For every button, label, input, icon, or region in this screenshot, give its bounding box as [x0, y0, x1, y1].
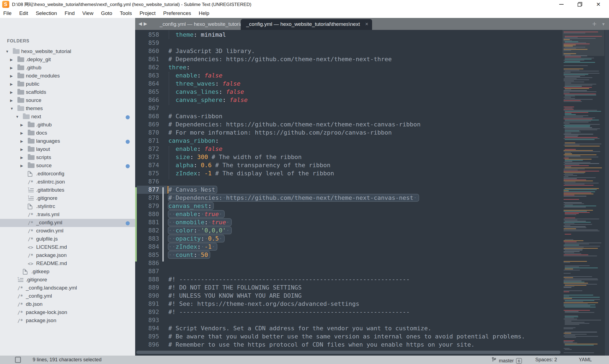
- tree-item-package-json[interactable]: /*package.json: [0, 317, 135, 325]
- input-mode-icon[interactable]: [15, 357, 21, 363]
- menu-item-selection[interactable]: Selection: [32, 10, 61, 16]
- code-line[interactable]: 889#! DO NOT EDIT THE FOLLOWING SETTINGS: [135, 284, 609, 292]
- code-line[interactable]: 871canvas_ribbon:: [135, 137, 609, 145]
- tree-item--github[interactable]: ▶.github: [0, 121, 135, 129]
- code-line[interactable]: 876: [135, 178, 609, 186]
- code-line[interactable]: 870# For more information: https://githu…: [135, 129, 609, 137]
- code-line[interactable]: 872 enable: false: [135, 145, 609, 153]
- menu-item-preferences[interactable]: Preferences: [159, 10, 195, 16]
- code-line[interactable]: 893: [135, 316, 609, 324]
- chevron-right-icon[interactable]: ▶: [10, 82, 14, 86]
- tree-item--gitignore[interactable]: T.gitignore: [0, 276, 135, 284]
- code-line[interactable]: 858 theme: minimal: [135, 31, 609, 39]
- code-line[interactable]: 891#! See: https://theme-next.org/docs/a…: [135, 300, 609, 308]
- chevron-down-icon[interactable]: ▼: [16, 115, 19, 119]
- code-line[interactable]: 890#! UNLESS YOU KNOW WHAT YOU ARE DOING: [135, 292, 609, 300]
- chevron-right-icon[interactable]: ▶: [10, 74, 14, 78]
- chevron-right-icon[interactable]: ▶: [10, 91, 14, 94]
- code-line[interactable]: 894# Script Vendors. Set a CDN address f…: [135, 324, 609, 332]
- code-line[interactable]: 895# Be aware that you would better use …: [135, 332, 609, 341]
- code-line[interactable]: 873 size: 300 # The width of the ribbon: [135, 153, 609, 161]
- tree-item-scripts[interactable]: ▶scripts: [0, 154, 135, 162]
- code-line[interactable]: 864 three_waves: false: [135, 80, 609, 88]
- minimize-button[interactable]: [553, 0, 570, 9]
- menu-item-find[interactable]: Find: [61, 10, 79, 16]
- tree-item-themes[interactable]: ▼themes: [0, 105, 135, 113]
- tree-item-hexo-website-tutorial[interactable]: ▼hexo_website_tutorial: [0, 48, 135, 56]
- minimap[interactable]: [562, 30, 604, 356]
- code-line[interactable]: 887: [135, 267, 609, 275]
- code-line[interactable]: 885··count:·50: [135, 251, 609, 259]
- git-branch-status[interactable]: master6: [492, 357, 522, 364]
- code-line[interactable]: 896# Remember to use the https protocol …: [135, 341, 609, 349]
- tree-item-crowdin-yml[interactable]: /*crowdin.yml: [0, 227, 135, 235]
- tab-overflow-icon[interactable]: ▼: [601, 22, 605, 26]
- code-line[interactable]: 863 enable: false: [135, 71, 609, 80]
- tree-item--config-landscape-yml[interactable]: /*_config.landscape.yml: [0, 284, 135, 292]
- tab-close-icon[interactable]: ×: [365, 21, 372, 27]
- tree-item--stylintrc[interactable]: .stylintrc: [0, 203, 135, 211]
- chevron-right-icon[interactable]: ▶: [10, 58, 14, 62]
- menu-item-goto[interactable]: Goto: [97, 10, 116, 16]
- tree-item--config-yml[interactable]: /*_config.yml: [0, 219, 135, 227]
- menu-item-project[interactable]: Project: [136, 10, 159, 16]
- code-editor[interactable]: 858 theme: minimal859860# JavaScript 3D …: [135, 30, 609, 356]
- code-line[interactable]: 874 alpha: 0.6 # The transparency of the…: [135, 161, 609, 169]
- tree-item-source[interactable]: ▶source: [0, 162, 135, 170]
- code-line[interactable]: 883··opacity:·0.5·: [135, 235, 609, 243]
- tree-item--github[interactable]: ▶.github: [0, 64, 135, 72]
- code-line[interactable]: 868# Canvas-ribbon: [135, 112, 609, 120]
- horizontal-scrollbar[interactable]: [136, 351, 561, 354]
- tree-item-source[interactable]: ▶source: [0, 97, 135, 105]
- code-line[interactable]: 888#! ----------------------------------…: [135, 275, 609, 284]
- tree-item-node-modules[interactable]: ▶node_modules: [0, 72, 135, 80]
- new-tab-button[interactable]: +: [592, 20, 596, 28]
- menu-item-tools[interactable]: Tools: [116, 10, 136, 16]
- tree-item--gitattributes[interactable]: T.gitattributes: [0, 186, 135, 194]
- menu-item-help[interactable]: Help: [195, 10, 213, 16]
- chevron-right-icon[interactable]: ▶: [20, 164, 24, 168]
- close-button[interactable]: ✕: [590, 0, 607, 9]
- tree-item--config-yml[interactable]: /*_config.yml: [0, 292, 135, 300]
- code-line[interactable]: 859: [135, 39, 609, 47]
- chevron-right-icon[interactable]: ▶: [20, 131, 24, 135]
- tree-item-license-md[interactable]: <>LICENSE.md: [0, 243, 135, 251]
- code-line[interactable]: 878#·Dependencies:·https://github.com/th…: [135, 194, 609, 202]
- menu-item-edit[interactable]: Edit: [16, 10, 32, 16]
- chevron-down-icon[interactable]: ▼: [5, 50, 9, 54]
- restore-button[interactable]: [571, 0, 589, 9]
- tree-item-next[interactable]: ▼next: [0, 113, 135, 121]
- menu-item-view[interactable]: View: [79, 10, 97, 16]
- tree-item-gulpfile-js[interactable]: /*gulpfile.js: [0, 235, 135, 243]
- code-line[interactable]: 867: [135, 104, 609, 112]
- syntax-setting[interactable]: YAML: [579, 357, 592, 363]
- chevron-down-icon[interactable]: ▼: [10, 107, 14, 111]
- tree-item--gitkeep[interactable]: .gitkeep: [0, 268, 135, 276]
- vertical-scrollbar[interactable]: [605, 30, 609, 356]
- chevron-right-icon[interactable]: ▶: [10, 66, 14, 70]
- code-line[interactable]: 865 canvas_lines: false: [135, 88, 609, 96]
- code-line[interactable]: 877#·Canvas·Nest: [135, 186, 609, 194]
- tab-config-next-theme[interactable]: _config.yml — hexo_website_tutorial\them…: [241, 19, 372, 30]
- chevron-right-icon[interactable]: ▶: [20, 148, 24, 151]
- tree-item--editorconfig[interactable]: .editorconfig: [0, 170, 135, 178]
- tree-item-docs[interactable]: ▶docs: [0, 129, 135, 137]
- code-line[interactable]: 879canvas_nest:: [135, 202, 609, 210]
- code-line[interactable]: 882··color:·'0,0,0'·: [135, 226, 609, 235]
- code-line[interactable]: 880··enable:·true·: [135, 210, 609, 218]
- tab-back-icon[interactable]: ◀: [138, 21, 144, 26]
- code-line[interactable]: 875 zIndex: -1 # The display level of th…: [135, 169, 609, 178]
- chevron-right-icon[interactable]: ▶: [20, 156, 24, 160]
- code-line[interactable]: 861# Dependencies: https://github.com/th…: [135, 55, 609, 63]
- tab-forward-icon[interactable]: ▶: [144, 21, 149, 26]
- code-line[interactable]: 886: [135, 259, 609, 267]
- tree-item-db-json[interactable]: /*db.json: [0, 300, 135, 309]
- tree-item-public[interactable]: ▶public: [0, 80, 135, 88]
- chevron-right-icon[interactable]: ▶: [20, 123, 24, 127]
- code-line[interactable]: 881··onmobile:·true·: [135, 218, 609, 226]
- code-line[interactable]: 869# Dependencies: https://github.com/th…: [135, 120, 609, 129]
- code-line[interactable]: 866 canvas_sphere: false: [135, 96, 609, 104]
- code-line[interactable]: 862three:: [135, 63, 609, 71]
- tree-item--deploy-git[interactable]: ▶.deploy_git: [0, 56, 135, 64]
- menu-item-file[interactable]: File: [0, 10, 16, 16]
